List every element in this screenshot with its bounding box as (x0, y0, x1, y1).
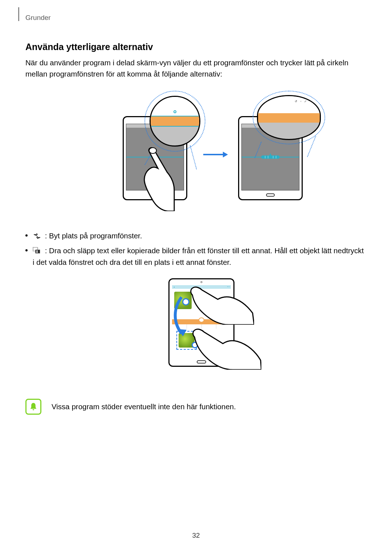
illustration-split-screen-options: ↺ ▫ ⤢ ⤡ × (65, 91, 327, 214)
drag-content-icon (33, 247, 41, 254)
zoom-left-circle (144, 91, 205, 152)
swap-windows-icon (33, 233, 41, 240)
illustration-drag-drop: ◂ ▪ ▪ (138, 275, 254, 376)
zoom-right-iconrow: ↺ ▫ ⤢ ⤡ × (295, 100, 317, 103)
hand-icon (135, 147, 175, 211)
bullet-list: : Byt plats på programfönster. : Dra och… (25, 230, 367, 268)
page-number: 32 (192, 532, 200, 539)
note-row: Vissa program stöder eventuellt inte den… (25, 399, 367, 415)
intro-paragraph: När du använder program i delad skärm-vy… (25, 57, 367, 80)
svg-point-0 (149, 148, 156, 153)
svg-rect-2 (35, 250, 40, 254)
note-text: Vissa program stöder eventuellt inte den… (52, 402, 236, 411)
note-bell-icon (25, 399, 41, 415)
hand-bottom-icon (189, 323, 261, 370)
header-label: Grunder (25, 14, 51, 22)
section-heading: Använda ytterligare alternativ (25, 42, 367, 52)
zoom-right-circle: ↺ ▫ ⤢ ⤡ × (253, 91, 325, 144)
arrow-icon (203, 154, 224, 155)
header-marker (18, 7, 19, 21)
bullet-dot (25, 249, 28, 251)
bullet-swap-text: Byt plats på programfönster. (49, 231, 142, 240)
bullet-drag-text: Dra och släpp text eller kopierade bilde… (33, 246, 364, 266)
bullet-dot (25, 234, 28, 237)
hand-top-icon (185, 281, 254, 325)
